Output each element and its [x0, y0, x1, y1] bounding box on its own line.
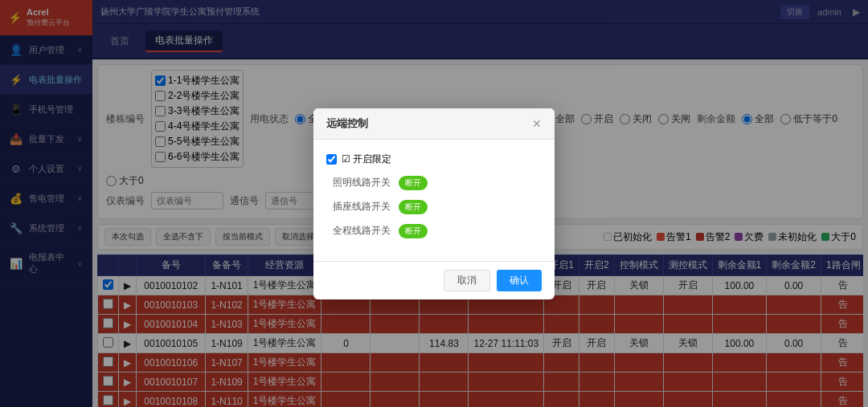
- confirm-button[interactable]: 确认: [497, 270, 542, 291]
- open-limit-checkbox[interactable]: [326, 154, 337, 165]
- heating-switch-row: 插座线路开关 断开: [326, 200, 542, 214]
- heating-switch-button[interactable]: 断开: [399, 200, 428, 214]
- open-limit-row[interactable]: ☑ 开启限定: [326, 153, 542, 166]
- modal-close-button[interactable]: ✕: [532, 117, 542, 130]
- lighting-switch-button[interactable]: 断开: [399, 176, 428, 190]
- total-switch-row: 全程线路开关 断开: [326, 224, 542, 238]
- remote-control-modal: 远端控制 ✕ ☑ 开启限定 照明线路开关 断开 插座线路开关 断开 全程线路开关…: [313, 108, 555, 299]
- lighting-label: 照明线路开关: [326, 176, 391, 189]
- modal-overlay[interactable]: 远端控制 ✕ ☑ 开启限定 照明线路开关 断开 插座线路开关 断开 全程线路开关…: [0, 0, 868, 407]
- modal-body: ☑ 开启限定 照明线路开关 断开 插座线路开关 断开 全程线路开关 断开: [313, 140, 555, 261]
- total-label: 全程线路开关: [326, 224, 391, 238]
- modal-title: 远端控制: [326, 116, 368, 131]
- modal-header: 远端控制 ✕: [313, 108, 555, 140]
- cancel-button[interactable]: 取消: [444, 270, 490, 291]
- heating-label: 插座线路开关: [326, 200, 391, 214]
- open-limit-label: ☑ 开启限定: [342, 153, 391, 166]
- lighting-switch-row: 照明线路开关 断开: [326, 176, 542, 190]
- total-switch-button[interactable]: 断开: [399, 224, 428, 238]
- modal-footer: 取消 确认: [313, 261, 555, 299]
